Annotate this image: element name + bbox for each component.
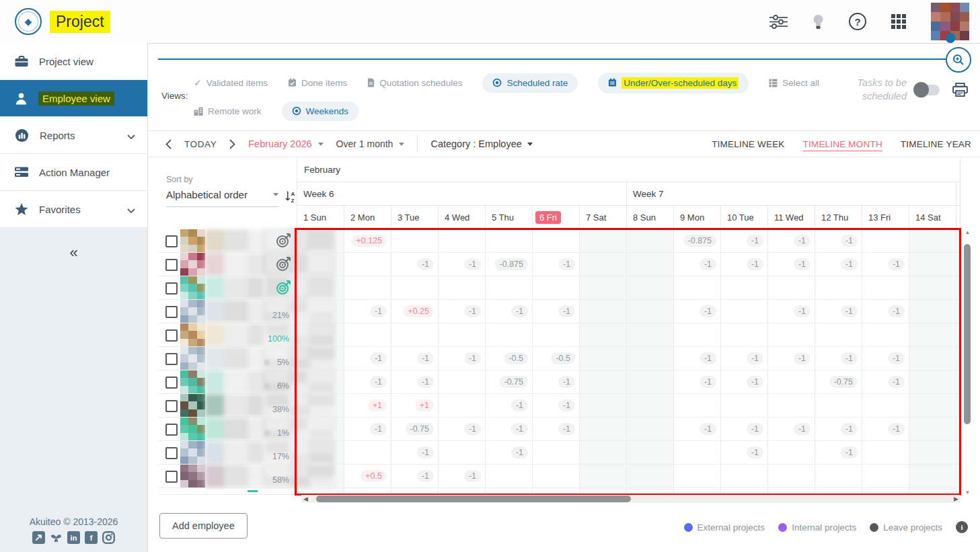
employee-row[interactable]: 100% xyxy=(158,323,297,347)
employee-row[interactable] xyxy=(158,229,297,253)
day-header-cell[interactable]: 4 Wed xyxy=(439,206,486,229)
tasks-toggle[interactable] xyxy=(915,85,940,95)
add-employee-button[interactable]: Add employee xyxy=(159,513,248,539)
today-button[interactable]: TODAY xyxy=(184,139,217,149)
chip-scheduled-rate[interactable]: Scheduled rate xyxy=(482,73,578,93)
sort-dropdown[interactable]: Alphabetical order xyxy=(166,189,278,207)
schedule-cell[interactable] xyxy=(909,394,956,417)
schedule-cell[interactable]: -1 xyxy=(533,394,580,417)
schedule-cell[interactable]: -1 xyxy=(533,253,580,276)
schedule-cell[interactable] xyxy=(580,253,627,276)
schedule-cell[interactable] xyxy=(439,276,486,299)
schedule-cell[interactable]: -1 xyxy=(768,418,815,440)
schedule-cell[interactable]: -1 xyxy=(486,300,533,323)
schedule-cell[interactable]: -1 xyxy=(486,441,533,464)
schedule-cell[interactable] xyxy=(627,394,674,417)
schedule-cell[interactable]: -1 xyxy=(439,253,486,276)
schedule-cell[interactable] xyxy=(391,229,439,252)
lightbulb-icon[interactable] xyxy=(813,14,824,30)
schedule-cell[interactable] xyxy=(909,300,956,323)
schedule-cell[interactable] xyxy=(580,323,627,346)
schedule-cell[interactable] xyxy=(674,441,721,464)
day-header-cell[interactable]: 8 Sun xyxy=(627,206,674,229)
day-header-cell[interactable]: 7 Sat xyxy=(580,206,627,229)
schedule-cell[interactable] xyxy=(439,229,486,252)
schedule-cell[interactable] xyxy=(580,300,627,323)
schedule-cell[interactable]: +0.125 xyxy=(344,229,391,252)
day-header-cell[interactable]: 2 Mon xyxy=(344,206,391,229)
schedule-cell[interactable] xyxy=(768,441,815,464)
schedule-cell[interactable]: -1 xyxy=(533,418,580,440)
schedule-cell[interactable]: -1 xyxy=(391,465,439,487)
help-icon[interactable]: ? xyxy=(849,13,866,30)
schedule-cell[interactable]: -1 xyxy=(344,300,391,323)
schedule-cell[interactable] xyxy=(391,323,439,346)
schedule-cell[interactable] xyxy=(862,441,909,464)
schedule-cell[interactable] xyxy=(721,465,768,487)
schedule-cell[interactable] xyxy=(909,441,956,464)
schedule-cell[interactable] xyxy=(580,441,627,464)
day-header-cell[interactable]: 10 Tue xyxy=(721,206,768,229)
schedule-cell[interactable]: -0.5 xyxy=(533,347,580,370)
day-header-cell[interactable]: 1 Sun xyxy=(297,206,344,229)
filters-icon[interactable] xyxy=(769,15,788,29)
schedule-cell[interactable]: -1 xyxy=(721,229,768,252)
employee-checkbox[interactable] xyxy=(165,400,178,412)
previous-period-button[interactable] xyxy=(165,139,172,149)
schedule-cell[interactable] xyxy=(815,276,862,299)
schedule-cell[interactable]: -0.75 xyxy=(815,370,862,393)
chip-quotation-schedules[interactable]: Quotation schedules xyxy=(367,78,462,88)
schedule-cell[interactable] xyxy=(627,276,674,299)
employee-row[interactable]: 17% xyxy=(158,441,297,465)
schedule-cell[interactable] xyxy=(909,253,956,276)
schedule-cell[interactable] xyxy=(533,229,580,252)
schedule-cell[interactable] xyxy=(580,465,627,487)
schedule-cell[interactable]: -0.875 xyxy=(674,229,721,252)
schedule-cell[interactable]: -1 xyxy=(815,347,862,370)
scroll-up-arrow[interactable]: ▲ xyxy=(964,229,971,235)
schedule-cell[interactable] xyxy=(533,323,580,346)
collapse-sidebar-button[interactable]: « xyxy=(0,244,147,262)
employee-checkbox[interactable] xyxy=(165,447,178,459)
sidebar-item-employee-view[interactable]: Employee view xyxy=(0,80,147,117)
instagram-icon[interactable] xyxy=(102,531,115,544)
schedule-cell[interactable] xyxy=(768,394,815,417)
schedule-cell[interactable] xyxy=(486,276,533,299)
employee-row[interactable]: 5% xyxy=(158,347,297,370)
chip-remote-work[interactable]: Remote work xyxy=(194,106,262,116)
schedule-cell[interactable] xyxy=(909,323,956,346)
schedule-cell[interactable] xyxy=(344,323,391,346)
schedule-cell[interactable] xyxy=(627,300,674,323)
schedule-cell[interactable] xyxy=(533,276,580,299)
schedule-cell[interactable]: -1 xyxy=(674,347,721,370)
employee-row[interactable]: 58% xyxy=(158,465,297,488)
schedule-cell[interactable] xyxy=(909,229,956,252)
schedule-cell[interactable] xyxy=(344,276,391,299)
schedule-cell[interactable]: -1 xyxy=(815,441,862,464)
schedule-cell[interactable] xyxy=(627,465,674,487)
day-header-cell[interactable]: 13 Fri xyxy=(862,206,909,229)
schedule-cell[interactable] xyxy=(768,323,815,346)
day-header-cell[interactable]: 6 Fri xyxy=(533,206,580,229)
schedule-cell[interactable] xyxy=(768,465,815,487)
schedule-cell[interactable] xyxy=(862,465,909,487)
schedule-cell[interactable]: -1 xyxy=(391,253,439,276)
period-dropdown[interactable]: February 2026 xyxy=(248,139,323,149)
schedule-cell[interactable] xyxy=(627,418,674,440)
print-icon[interactable] xyxy=(952,83,968,97)
employee-checkbox[interactable] xyxy=(165,259,178,271)
employee-row[interactable] xyxy=(158,276,297,300)
schedule-cell[interactable] xyxy=(768,370,815,393)
sidebar-item-project-view[interactable]: Project view xyxy=(0,43,147,80)
tab-timeline-year[interactable]: TIMELINE YEAR xyxy=(901,139,971,149)
schedule-cell[interactable] xyxy=(627,253,674,276)
employee-row[interactable] xyxy=(158,253,297,276)
schedule-cell[interactable] xyxy=(674,276,721,299)
schedule-cell[interactable] xyxy=(862,229,909,252)
schedule-cell[interactable] xyxy=(580,370,627,393)
schedule-cell[interactable]: -1 xyxy=(344,418,391,440)
schedule-cell[interactable] xyxy=(580,276,627,299)
schedule-cell[interactable]: -1 xyxy=(768,229,815,252)
sidebar-item-action-manager[interactable]: Action Manager xyxy=(0,154,147,191)
chip-done-items[interactable]: Done items xyxy=(288,78,347,88)
